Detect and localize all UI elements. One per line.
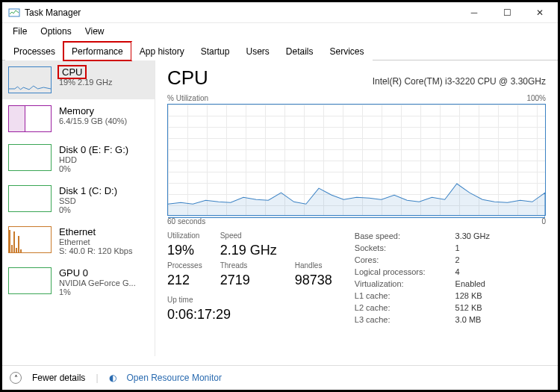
chart-ylabel: % Utilization: [167, 94, 208, 102]
sidebar-disk0-sub: HDD: [59, 155, 128, 164]
sidebar-cpu-title: CPU: [59, 66, 85, 78]
menu-file[interactable]: File: [7, 25, 33, 38]
speed-label: Speed: [220, 231, 277, 241]
virt-value: Enabled: [455, 279, 490, 288]
processes-value: 212: [167, 273, 202, 290]
threads-value: 2719: [220, 273, 277, 290]
sidebar-gpu-title: GPU 0: [59, 267, 136, 279]
sidebar-eth-sub: Ethernet: [59, 237, 132, 246]
chart-xmax: 60 seconds: [167, 217, 205, 225]
sockets-value: 1: [455, 243, 490, 252]
footer: ˄ Fewer details | ◐ Open Resource Monito…: [2, 365, 558, 390]
main-panel: CPU Intel(R) Core(TM) i3-3220 CPU @ 3.30…: [155, 60, 558, 356]
cpu-thumb-icon: [8, 66, 52, 93]
disk1-thumb-icon: [8, 185, 52, 212]
disk0-thumb-icon: [8, 144, 52, 171]
tab-startup[interactable]: Startup: [193, 42, 238, 60]
tab-users[interactable]: Users: [237, 42, 277, 60]
sidebar-memory-title: Memory: [59, 105, 127, 116]
chevron-up-icon[interactable]: ˄: [10, 372, 22, 384]
sidebar-memory-sub: 6.4/15.9 GB (40%): [59, 116, 127, 125]
sidebar-item-cpu[interactable]: CPU 19% 2.19 GHz: [2, 60, 155, 99]
tab-details[interactable]: Details: [278, 42, 322, 60]
open-resource-monitor-link[interactable]: Open Resource Monitor: [127, 373, 222, 383]
cores-value: 2: [455, 255, 490, 264]
speed-value: 2.19 GHz: [220, 243, 277, 260]
processes-label: Processes: [167, 261, 202, 271]
l1-value: 128 KB: [455, 291, 490, 300]
base-speed-label: Base speed:: [355, 231, 426, 240]
tab-performance[interactable]: Performance: [63, 42, 131, 60]
titlebar: Task Manager ─ ☐ ✕: [2, 2, 558, 23]
fewer-details-link[interactable]: Fewer details: [32, 373, 85, 383]
minimize-button[interactable]: ─: [458, 2, 491, 23]
lprocs-label: Logical processors:: [355, 267, 426, 276]
sidebar-disk1-sub: SSD: [59, 196, 117, 205]
base-speed-value: 3.30 GHz: [455, 231, 490, 240]
l2-label: L2 cache:: [355, 303, 426, 312]
sidebar-item-disk1[interactable]: Disk 1 (C: D:) SSD 0%: [2, 179, 155, 220]
utilization-value: 19%: [167, 243, 202, 260]
menu-options[interactable]: Options: [34, 25, 77, 38]
virt-label: Virtualization:: [355, 279, 426, 288]
stats-primary: Utilization Speed 19% 2.19 GHz Processes…: [167, 231, 332, 324]
sidebar-cpu-sub: 19% 2.19 GHz: [59, 78, 113, 87]
resmon-icon: ◐: [109, 373, 116, 383]
ethernet-thumb-icon: [8, 226, 52, 253]
utilization-label: Utilization: [167, 231, 202, 241]
sidebar-eth-title: Ethernet: [59, 226, 132, 237]
threads-label: Threads: [220, 261, 277, 271]
l1-label: L1 cache:: [355, 291, 426, 300]
chart-xmin: 0: [541, 217, 546, 225]
tab-app-history[interactable]: App history: [131, 42, 193, 60]
menu-view[interactable]: View: [79, 25, 111, 38]
tabs: Processes Performance App history Startu…: [2, 41, 558, 60]
uptime-label: Up time: [167, 296, 332, 305]
handles-value: 98738: [295, 273, 332, 290]
cpu-model: Intel(R) Core(TM) i3-3220 CPU @ 3.30GHz: [373, 76, 546, 87]
sidebar-disk0-pct: 0%: [59, 164, 128, 173]
sidebar-disk1-pct: 0%: [59, 205, 117, 214]
sidebar-eth-rate: S: 40.0 R: 120 Kbps: [59, 246, 132, 255]
menubar: File Options View: [2, 23, 558, 41]
sidebar-item-memory[interactable]: Memory 6.4/15.9 GB (40%): [2, 99, 155, 138]
gpu-thumb-icon: [8, 267, 52, 294]
close-button[interactable]: ✕: [523, 2, 556, 23]
l2-value: 512 KB: [455, 303, 490, 312]
tab-processes[interactable]: Processes: [5, 42, 63, 60]
sidebar-item-gpu0[interactable]: GPU 0 NVIDIA GeForce G... 1%: [2, 261, 155, 302]
sidebar-item-disk0[interactable]: Disk 0 (E: F: G:) HDD 0%: [2, 138, 155, 179]
chart-ymax: 100%: [526, 94, 546, 102]
lprocs-value: 4: [455, 267, 490, 276]
maximize-button[interactable]: ☐: [491, 2, 523, 23]
cpu-utilization-chart[interactable]: [167, 104, 546, 216]
l3-value: 3.0 MB: [455, 315, 490, 324]
sidebar: CPU 19% 2.19 GHz Memory 6.4/15.9 GB (40%…: [2, 60, 155, 356]
sidebar-item-ethernet[interactable]: Ethernet Ethernet S: 40.0 R: 120 Kbps: [2, 220, 155, 261]
sidebar-gpu-sub: NVIDIA GeForce G...: [59, 279, 136, 287]
sidebar-disk1-title: Disk 1 (C: D:): [59, 185, 117, 196]
memory-thumb-icon: [8, 105, 52, 132]
handles-label: Handles: [295, 261, 332, 271]
cores-label: Cores:: [355, 255, 426, 264]
window-title: Task Manager: [25, 7, 458, 18]
sidebar-gpu-pct: 1%: [59, 287, 136, 296]
page-title: CPU: [167, 66, 208, 90]
sockets-label: Sockets:: [355, 243, 426, 252]
stats-secondary: Base speed:3.30 GHz Sockets:1 Cores:2 Lo…: [355, 231, 490, 324]
app-icon: [8, 7, 20, 19]
sidebar-disk0-title: Disk 0 (E: F: G:): [59, 144, 128, 155]
l3-label: L3 cache:: [355, 315, 426, 324]
tab-services[interactable]: Services: [322, 42, 373, 60]
uptime-value: 0:06:17:29: [167, 307, 332, 324]
